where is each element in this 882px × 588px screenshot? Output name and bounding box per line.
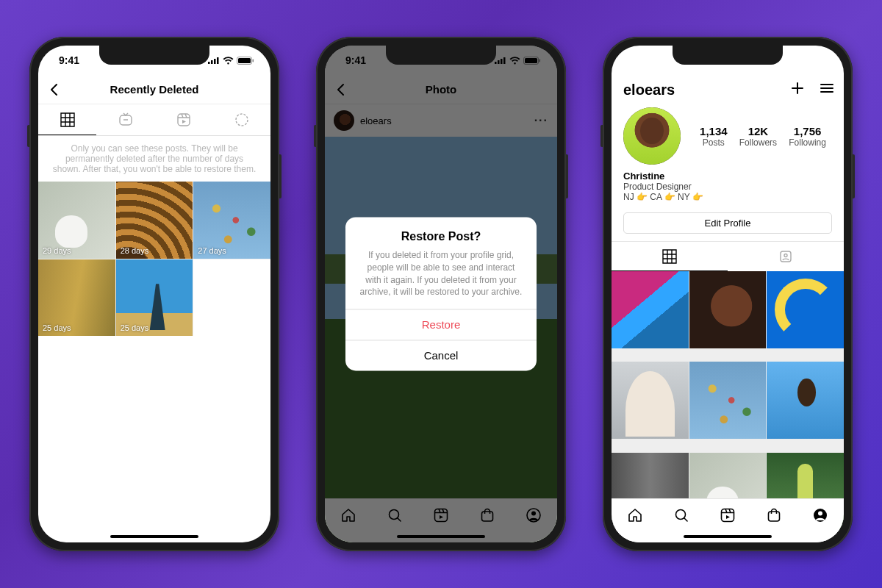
grid-thumb[interactable] [767, 362, 844, 439]
deleted-grid: 29 days 28 days 27 days 25 days 25 days [38, 182, 270, 336]
days-left-label: 25 days [121, 323, 149, 332]
dialog-message: If you deleted it from your profile grid… [359, 249, 523, 298]
grid-thumb[interactable] [689, 271, 767, 348]
svg-rect-25 [721, 509, 734, 521]
wifi-icon [223, 57, 234, 65]
stat-followers[interactable]: 12KFollowers [739, 125, 777, 148]
deleted-thumb[interactable]: 27 days [193, 182, 270, 259]
grid-thumb[interactable] [767, 271, 844, 348]
tab-posts[interactable] [612, 242, 728, 271]
battery-icon [237, 57, 254, 65]
phone-notch [673, 46, 783, 65]
days-left-label: 25 days [43, 323, 71, 332]
restore-dialog: Restore Post? If you deleted it from you… [345, 217, 537, 370]
nav-home-icon[interactable] [627, 507, 643, 526]
grid-thumb[interactable] [612, 362, 689, 439]
svg-point-23 [784, 254, 787, 257]
grid-icon [662, 249, 677, 264]
svg-rect-1 [211, 60, 213, 64]
grid-icon [60, 112, 75, 127]
stat-posts[interactable]: 1,134Posts [700, 125, 728, 148]
profile-bio: Christine Product Designer NJ 👉 CA 👉 NY … [612, 171, 844, 209]
stat-following[interactable]: 1,756Following [789, 125, 826, 148]
dialog-title: Restore Post? [359, 230, 523, 243]
bio-location: NJ 👉 CA 👉 NY 👉 [623, 192, 832, 202]
signal-icon [208, 57, 220, 64]
profile-tabs [612, 241, 844, 271]
home-indicator[interactable] [397, 535, 485, 538]
tagged-icon [778, 249, 793, 264]
deleted-thumb[interactable]: 25 days [38, 259, 115, 337]
highlight-icon [234, 112, 249, 127]
nav-bar: Recently Deleted [38, 75, 270, 104]
new-post-icon[interactable] [789, 80, 806, 99]
profile-username[interactable]: eloears [623, 82, 675, 98]
tab-tagged[interactable] [728, 242, 844, 271]
home-indicator[interactable] [684, 535, 772, 538]
info-text: Only you can see these posts. They will … [38, 136, 270, 182]
empty-cell [193, 259, 270, 337]
profile-summary: 1,134Posts 12KFollowers 1,756Following [612, 104, 844, 171]
menu-icon[interactable] [819, 80, 835, 99]
profile-avatar[interactable] [623, 107, 681, 165]
phone-restore-dialog: 9:41 Photo eloears ··· [316, 37, 566, 551]
svg-rect-3 [217, 57, 219, 64]
phone-notch [99, 46, 209, 65]
deleted-thumb[interactable]: 25 days [116, 259, 193, 337]
svg-point-28 [818, 511, 822, 515]
tab-grid[interactable] [38, 104, 96, 135]
igtv-icon [118, 112, 133, 127]
svg-rect-0 [208, 62, 210, 64]
days-left-label: 28 days [121, 246, 149, 255]
days-left-label: 29 days [43, 246, 71, 255]
reels-icon [176, 112, 191, 127]
svg-rect-6 [253, 59, 254, 62]
profile-header: eloears [612, 75, 844, 104]
phone-notch [386, 46, 496, 65]
page-title: Recently Deleted [38, 83, 270, 96]
media-type-tabs [38, 104, 270, 136]
back-button[interactable] [47, 82, 62, 97]
tab-reels[interactable] [154, 104, 212, 135]
svg-rect-5 [238, 58, 251, 63]
nav-search-icon[interactable] [673, 507, 689, 526]
edit-profile-button[interactable]: Edit Profile [623, 212, 832, 234]
svg-rect-8 [178, 114, 190, 126]
grid-thumb[interactable] [612, 271, 689, 348]
nav-reels-icon[interactable] [720, 507, 736, 526]
svg-point-9 [236, 114, 248, 126]
tab-igtv[interactable] [96, 104, 154, 135]
grid-thumb[interactable] [689, 362, 767, 439]
restore-button[interactable]: Restore [345, 309, 537, 340]
bio-name: Christine [623, 171, 832, 182]
svg-rect-2 [214, 59, 216, 64]
cancel-button[interactable]: Cancel [345, 340, 537, 371]
deleted-thumb[interactable]: 29 days [38, 182, 115, 259]
days-left-label: 27 days [198, 246, 226, 255]
svg-rect-26 [769, 512, 780, 521]
tab-highlights[interactable] [212, 104, 270, 135]
home-indicator[interactable] [110, 535, 198, 538]
nav-shop-icon[interactable] [766, 507, 782, 526]
nav-profile-icon[interactable] [812, 507, 828, 526]
phone-profile: 9:41 eloears 1,134Posts 12KFollowers 1,7… [603, 37, 853, 551]
phone-recently-deleted: 9:41 Recently Deleted [29, 37, 279, 551]
status-time: 9:41 [59, 54, 79, 66]
deleted-thumb[interactable]: 28 days [116, 182, 193, 259]
bio-role: Product Designer [623, 182, 832, 192]
